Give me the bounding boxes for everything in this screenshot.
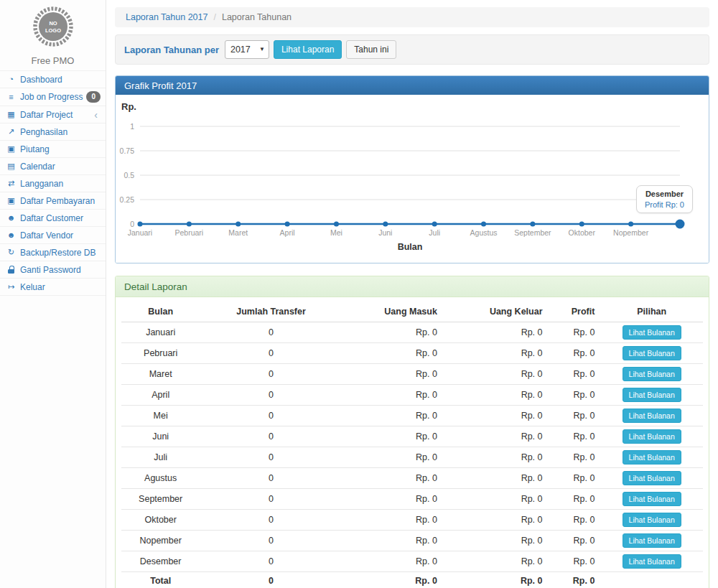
table-row-juni: Juni0Rp. 0Rp. 0Rp. 0Lihat Bulanan: [121, 426, 703, 447]
cell-pilihan: Lihat Bulanan: [600, 426, 703, 447]
sidebar-item-ganti-password[interactable]: Ganti Password: [0, 261, 106, 279]
cell-profit: Rp. 0: [549, 510, 601, 531]
chart-canvas: 00.250.50.751JanuariPebruariMaretAprilMe…: [116, 95, 707, 263]
cell-pilihan: Lihat Bulanan: [600, 322, 703, 343]
brand-name: Free PMO: [0, 55, 106, 66]
money-icon: ▣: [6, 195, 17, 206]
data-point-maret[interactable]: [236, 222, 241, 227]
sidebar-item-label: Job on Progress: [20, 92, 83, 102]
users-icon: ☻: [6, 230, 17, 241]
cell-pilihan: Lihat Bulanan: [600, 531, 703, 551]
table-row-nopember: Nopember0Rp. 0Rp. 0Rp. 0Lihat Bulanan: [121, 531, 703, 551]
users-icon: ☻: [6, 213, 17, 223]
cell-profit: Rp. 0: [549, 468, 601, 489]
cell-jumlah-transfer: 0: [200, 364, 342, 385]
data-point-oktober[interactable]: [579, 222, 584, 227]
cell-pilihan: Lihat Bulanan: [600, 343, 703, 364]
calendar-icon: ▤: [6, 161, 17, 172]
cell-jumlah-transfer: 0: [200, 406, 342, 426]
x-tick-label: Pebruari: [175, 228, 204, 237]
col-bulan: Bulan: [121, 302, 200, 322]
sidebar-item-job-on-progress[interactable]: ≡Job on Progress0: [0, 88, 106, 106]
sidebar-item-calendar[interactable]: ▤Calendar: [0, 158, 106, 175]
cell-bulan: Desember: [121, 551, 200, 572]
lihat-bulanan-button-juli[interactable]: Lihat Bulanan: [623, 450, 681, 465]
x-tick-label: Agustus: [470, 228, 498, 237]
lihat-bulanan-button-nopember[interactable]: Lihat Bulanan: [623, 533, 681, 548]
table-row-april: April0Rp. 0Rp. 0Rp. 0Lihat Bulanan: [121, 385, 703, 406]
data-point-nopember[interactable]: [628, 222, 633, 227]
data-point-desember[interactable]: [676, 220, 685, 229]
data-point-mei[interactable]: [334, 222, 339, 227]
sidebar-menu: ◔Dashboard≡Job on Progress0▦Daftar Proje…: [0, 70, 106, 296]
cell-uang-keluar: Rp. 0: [443, 322, 549, 343]
sidebar-item-dashboard[interactable]: ◔Dashboard: [0, 71, 106, 88]
table-icon: ▦: [6, 109, 17, 120]
table-row-maret: Maret0Rp. 0Rp. 0Rp. 0Lihat Bulanan: [121, 364, 703, 385]
sidebar-item-backup-restore-db[interactable]: ↻Backup/Restore DB: [0, 244, 106, 261]
cell-bulan: Juli: [121, 447, 200, 468]
sidebar-item-label: Keluar: [20, 282, 45, 292]
chart-panel-title: Grafik Profit 2017: [116, 76, 709, 95]
sidebar-item-daftar-customer[interactable]: ☻Daftar Customer: [0, 210, 106, 227]
sidebar-item-penghasilan[interactable]: ↗Penghasilan: [0, 123, 106, 141]
lihat-bulanan-button-juni[interactable]: Lihat Bulanan: [623, 429, 681, 444]
logo-area: NO LOGO Free PMO: [0, 0, 106, 70]
data-point-september[interactable]: [530, 222, 535, 227]
retweet-icon: ⇄: [6, 178, 17, 189]
tooltip-value: Profit Rp: 0: [645, 200, 684, 209]
lihat-bulanan-button-januari[interactable]: Lihat Bulanan: [623, 325, 681, 340]
lihat-bulanan-button-maret[interactable]: Lihat Bulanan: [623, 367, 681, 381]
lihat-bulanan-button-mei[interactable]: Lihat Bulanan: [623, 409, 681, 423]
sidebar-item-langganan[interactable]: ⇄Langganan: [0, 175, 106, 192]
data-point-april[interactable]: [285, 222, 290, 227]
dashboard-icon: ◔: [6, 74, 17, 85]
breadcrumb-link-laporan-tahun[interactable]: Laporan Tahun 2017: [126, 12, 208, 22]
cell-uang-masuk: Rp. 0: [342, 510, 443, 531]
cell-jumlah-transfer: 0: [200, 468, 342, 489]
x-tick-label: Mei: [330, 228, 342, 237]
filter-label: Laporan Tahunan per: [124, 45, 219, 55]
cell-uang-keluar: Rp. 0: [443, 468, 549, 489]
data-point-januari[interactable]: [138, 222, 143, 227]
cell-uang-masuk: Rp. 0: [342, 343, 443, 364]
sidebar-item-daftar-pembayaran[interactable]: ▣Daftar Pembayaran: [0, 192, 106, 210]
cell-bulan: Oktober: [121, 510, 200, 531]
cell-uang-masuk: Rp. 0: [342, 468, 443, 489]
profit-line-chart[interactable]: Rp. 00.250.50.751JanuariPebruariMaretApr…: [116, 95, 709, 263]
lihat-bulanan-button-april[interactable]: Lihat Bulanan: [623, 388, 681, 402]
lihat-bulanan-button-desember[interactable]: Lihat Bulanan: [623, 554, 681, 569]
sidebar-item-label: Ganti Password: [20, 265, 81, 275]
sidebar-item-piutang[interactable]: ▣Piutang: [0, 141, 106, 158]
chart-tooltip: Desember Profit Rp: 0: [636, 185, 693, 213]
cell-bulan: Maret: [121, 364, 200, 385]
cell-pilihan: Lihat Bulanan: [600, 510, 703, 531]
year-select-wrap: 2017 ▼: [225, 40, 269, 59]
sidebar-item-daftar-project[interactable]: ▦Daftar Project‹: [0, 106, 106, 123]
year-select[interactable]: 2017: [225, 40, 269, 59]
detail-panel-body: Bulan Jumlah Transfer Uang Masuk Uang Ke…: [116, 297, 709, 588]
x-tick-label: September: [514, 228, 551, 237]
data-point-agustus[interactable]: [481, 222, 486, 227]
tahun-ini-button[interactable]: Tahun ini: [346, 40, 396, 59]
cell-uang-masuk: Rp. 0: [342, 385, 443, 406]
sidebar-item-keluar[interactable]: ↦Keluar: [0, 279, 106, 296]
sidebar-item-label: Backup/Restore DB: [20, 248, 95, 258]
cell-jumlah-transfer: 0: [200, 572, 342, 588]
lihat-bulanan-button-agustus[interactable]: Lihat Bulanan: [623, 471, 681, 485]
sidebar-item-label: Langganan: [20, 179, 63, 189]
data-point-juni[interactable]: [383, 222, 388, 227]
lihat-laporan-button[interactable]: Lihat Laporan: [274, 40, 342, 59]
cell-jumlah-transfer: 0: [200, 551, 342, 572]
cell-pilihan: Lihat Bulanan: [600, 385, 703, 406]
cell-uang-keluar: Rp. 0: [443, 343, 549, 364]
sidebar-item-daftar-vendor[interactable]: ☻Daftar Vendor: [0, 227, 106, 244]
lihat-bulanan-button-oktober[interactable]: Lihat Bulanan: [623, 513, 681, 527]
lihat-bulanan-button-september[interactable]: Lihat Bulanan: [623, 492, 681, 506]
data-point-juli[interactable]: [432, 222, 437, 227]
lihat-bulanan-button-pebruari[interactable]: Lihat Bulanan: [623, 346, 681, 360]
cell-profit: Rp. 0: [549, 426, 601, 447]
table-row-september: September0Rp. 0Rp. 0Rp. 0Lihat Bulanan: [121, 489, 703, 510]
data-point-pebruari[interactable]: [187, 222, 192, 227]
col-uang-keluar: Uang Keluar: [443, 302, 549, 322]
